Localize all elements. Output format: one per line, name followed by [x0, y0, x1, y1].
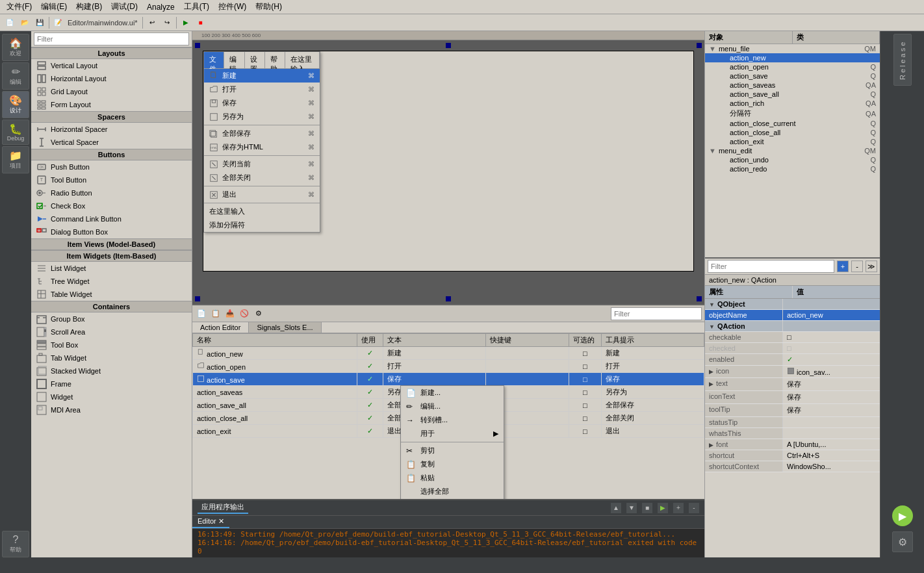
- save-btn[interactable]: 💾: [32, 16, 47, 30]
- section-containers[interactable]: Containers: [31, 301, 192, 312]
- editor-subtab[interactable]: Editor ✕: [192, 516, 229, 528]
- ctx-paste[interactable]: 📋 粘贴: [401, 471, 504, 485]
- widget-radio-button[interactable]: Radio Button: [31, 186, 192, 199]
- menu-analyze[interactable]: Analyze: [143, 1, 179, 13]
- table-row-selected[interactable]: action_save ✓ 保存 □ 保存: [193, 373, 704, 386]
- menu-closecurrent-item[interactable]: 关闭当前 ⌘: [204, 157, 320, 171]
- widget-check-box[interactable]: Check Box: [31, 199, 192, 212]
- menu-new-item[interactable]: 新建 ⌘: [204, 69, 320, 83]
- object-row-action-saveas[interactable]: action_saveas QA: [705, 81, 880, 90]
- ctx-use-for[interactable]: 用于 ▶: [401, 427, 504, 440]
- design-surface[interactable]: 文件 编辑 设置 帮助 在这里输入 新建 ⌘: [203, 51, 694, 272]
- widget-frame[interactable]: Frame: [31, 377, 192, 390]
- action-filter-input[interactable]: [611, 307, 702, 320]
- object-row-exit[interactable]: action_exit Q: [705, 137, 880, 146]
- canvas-scroll[interactable]: 文件 编辑 设置 帮助 在这里输入 新建 ⌘: [192, 40, 704, 304]
- object-row-action-save[interactable]: action_save Q: [705, 71, 880, 81]
- menu-saveas-item[interactable]: 另存为 ⌘: [204, 110, 320, 123]
- dropdown-header-help[interactable]: 帮助: [265, 52, 285, 68]
- props-add-btn[interactable]: +: [837, 261, 849, 272]
- bottom-run-btn[interactable]: ▶: [892, 505, 913, 526]
- redo-btn[interactable]: ↪: [160, 16, 174, 30]
- menu-save-item[interactable]: 保存 ⌘: [204, 96, 320, 110]
- output-minus-btn[interactable]: -: [689, 503, 699, 513]
- object-row-sep[interactable]: 分隔符 QA: [705, 108, 880, 119]
- object-row-close-current[interactable]: action_close_current Q: [705, 119, 880, 128]
- widget-v-spacer[interactable]: Vertical Spacer: [31, 136, 192, 149]
- props-row-statustip[interactable]: statusTip: [705, 417, 880, 428]
- stop-btn[interactable]: ■: [194, 16, 208, 30]
- ctx-goto-slot[interactable]: → 转到槽...: [401, 413, 504, 427]
- props-row-checked[interactable]: checked □: [705, 343, 880, 354]
- sidebar-edit[interactable]: ✏ 编辑: [2, 62, 29, 90]
- props-more-btn[interactable]: ≫: [866, 261, 877, 272]
- object-row-redo[interactable]: action_redo Q: [705, 164, 880, 173]
- menu-savehtml-item[interactable]: HTML 保存为HTML ⌘: [204, 140, 320, 154]
- object-row-action-rich[interactable]: action_rich QA: [705, 99, 880, 108]
- props-row-icontext[interactable]: iconText 保存: [705, 391, 880, 404]
- menu-tools[interactable]: 工具(T): [180, 0, 213, 14]
- action-delete-btn[interactable]: 🚫: [238, 307, 251, 320]
- menu-help[interactable]: 帮助(H): [251, 0, 286, 14]
- object-row-menu-edit[interactable]: ▼ menu_edit QM: [705, 146, 880, 155]
- output-scroll-down[interactable]: ▼: [626, 503, 637, 513]
- object-row-close-all[interactable]: action_close_all Q: [705, 128, 880, 137]
- widget-form-layout[interactable]: Form Layout: [31, 98, 192, 111]
- action-settings-btn[interactable]: ⚙: [252, 307, 265, 320]
- section-item-views[interactable]: Item Views (Model-Based): [31, 238, 192, 250]
- widget-tool-button[interactable]: T Tool Button: [31, 173, 192, 186]
- menu-exit-item[interactable]: 退出 ⌘: [204, 188, 320, 201]
- output-scroll-up[interactable]: ▲: [611, 503, 621, 513]
- table-row[interactable]: action_new ✓ 新建 □ 新建: [193, 347, 704, 360]
- widget-horizontal-layout[interactable]: Horizontal Layout: [31, 72, 192, 85]
- ctx-new[interactable]: 📄 新建...: [401, 386, 504, 400]
- new-file-btn[interactable]: 📄: [3, 16, 17, 30]
- object-row-menu-file[interactable]: ▼ menu_file QM: [705, 44, 880, 53]
- sidebar-welcome[interactable]: 🏠 欢迎: [2, 34, 29, 61]
- section-buttons[interactable]: Buttons: [31, 149, 192, 160]
- props-row-enabled[interactable]: enabled ✓: [705, 354, 880, 366]
- widget-vertical-layout[interactable]: Vertical Layout: [31, 59, 192, 72]
- object-row-undo[interactable]: action_undo Q: [705, 155, 880, 164]
- menu-debug[interactable]: 调试(D): [107, 0, 142, 14]
- action-new-btn[interactable]: 📄: [195, 307, 208, 320]
- sidebar-help[interactable]: ? 帮助: [2, 531, 29, 557]
- menu-controls[interactable]: 控件(W): [214, 0, 250, 14]
- widget-tree-widget[interactable]: Tree Widget: [31, 275, 192, 288]
- action-paste-btn[interactable]: 📥: [224, 307, 237, 320]
- action-editor-tab[interactable]: Action Editor: [192, 322, 249, 333]
- props-row-objectname[interactable]: objectName action_new: [705, 310, 880, 321]
- menu-closeall-item[interactable]: 全部关闭 ⌘: [204, 171, 320, 185]
- menu-build[interactable]: 构建(B): [72, 0, 106, 14]
- action-copy-btn[interactable]: 📋: [209, 307, 222, 320]
- widget-list-widget[interactable]: List Widget: [31, 262, 192, 275]
- dropdown-header-settings[interactable]: 设置: [245, 52, 265, 68]
- icon-expand[interactable]: ▶: [709, 368, 713, 375]
- menu-saveall-item[interactable]: 全部保存 ⌘: [204, 127, 320, 140]
- release-button[interactable]: Release: [893, 34, 912, 86]
- object-row-action-open[interactable]: action_open Q: [705, 62, 880, 71]
- object-row-action-new[interactable]: action_new: [705, 53, 880, 62]
- widget-table-widget[interactable]: Table Widget: [31, 288, 192, 301]
- output-plus-btn[interactable]: +: [673, 503, 684, 513]
- tree-arrow-menu-file[interactable]: ▼: [709, 45, 716, 53]
- menu-edit[interactable]: 编辑(E): [37, 0, 71, 14]
- widget-group-box[interactable]: Group Box: [31, 312, 192, 325]
- widget-dialog-button[interactable]: Dialog Button Box: [31, 225, 192, 238]
- qaction-expand[interactable]: ▼: [709, 324, 715, 330]
- props-row-whatsthis[interactable]: whatsThis: [705, 428, 880, 439]
- sidebar-debug[interactable]: 🐛 Debug: [2, 120, 29, 145]
- ctx-copy[interactable]: 📋 复制: [401, 457, 504, 471]
- dropdown-header-edit[interactable]: 编辑: [224, 52, 244, 68]
- widget-command-link[interactable]: Command Link Button: [31, 212, 192, 225]
- font-expand[interactable]: ▶: [709, 442, 713, 448]
- dropdown-header-file[interactable]: 文件: [204, 52, 224, 68]
- dropdown-header-input[interactable]: 在这里输入: [285, 52, 320, 68]
- props-row-text[interactable]: ▶text 保存: [705, 378, 880, 391]
- section-spacers[interactable]: Spacers: [31, 111, 192, 123]
- widget-mdi-area[interactable]: MDI Area: [31, 403, 192, 416]
- open-btn[interactable]: 📂: [18, 16, 32, 30]
- bottom-build-btn[interactable]: ⚙: [892, 531, 913, 552]
- menu-open-item[interactable]: 打开 ⌘: [204, 83, 320, 96]
- widget-grid-layout[interactable]: Grid Layout: [31, 85, 192, 98]
